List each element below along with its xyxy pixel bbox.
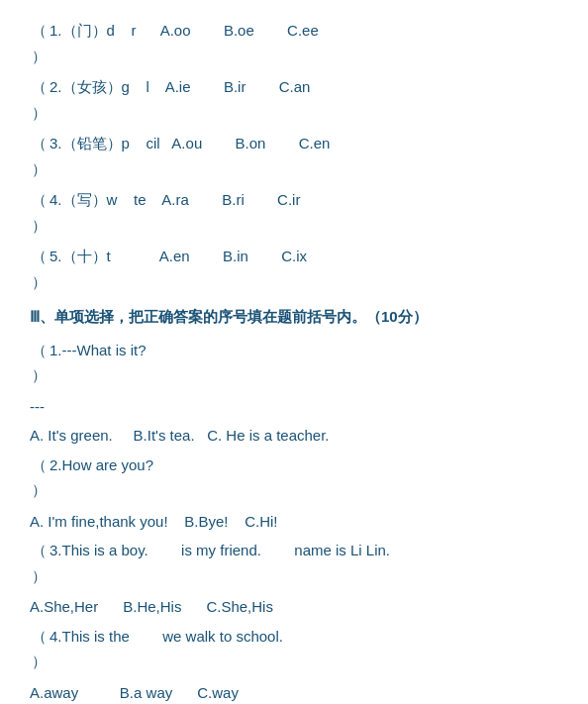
s2-q2-options: A. I'm fine,thank you! B.Bye! C.Hi! — [30, 509, 558, 535]
paren-2: （ ） — [30, 74, 48, 125]
s2-q1-text: 1.---What is it? — [49, 338, 147, 363]
q5-stem: 5.（十）t A.en B.in C.ix — [49, 244, 307, 269]
q3-stem: 3.（铅笔）p cil A.ou B.on C.en — [49, 131, 330, 156]
s2-question-2: （ ） 2.How are you? — [30, 453, 558, 503]
s2-paren-3: （ ） — [30, 538, 48, 588]
s1-question-1: （ ） 1.（门）d r A.oo B.oe C.ee — [30, 18, 558, 68]
paren-1: （ ） — [30, 18, 48, 68]
paren-3: （ ） — [30, 131, 48, 181]
s2-paren-4: （ ） — [30, 624, 48, 674]
section2: （ ） 1.---What is it? --- A. It's green. … — [30, 338, 558, 705]
paren-5: （ ） — [30, 244, 48, 294]
s2-question-4: （ ） 4.This is the we walk to school. — [30, 624, 558, 674]
s2-q2-text: 2.How are you? — [49, 453, 153, 478]
q4-stem: 4.（写）w te A.ra B.ri C.ir — [49, 187, 300, 213]
s1-question-4: （ ） 4.（写）w te A.ra B.ri C.ir — [30, 187, 558, 238]
section2-title: Ⅲ、单项选择，把正确答案的序号填在题前括号内。（10分） — [30, 304, 558, 330]
s2-q3-text: 3.This is a boy. is my friend. name is L… — [49, 538, 390, 563]
paren-4: （ ） — [30, 187, 48, 238]
s2-question-1: （ ） 1.---What is it? — [30, 338, 558, 388]
section1: （ ） 1.（门）d r A.oo B.oe C.ee （ ） 2.（女孩）g … — [30, 18, 558, 294]
s2-q1-dashes: --- — [30, 394, 558, 420]
s2-paren-1: （ ） — [30, 338, 48, 388]
s1-question-5: （ ） 5.（十）t A.en B.in C.ix — [30, 244, 558, 294]
s2-paren-2: （ ） — [30, 453, 48, 503]
s2-q3-options: A.She,Her B.He,His C.She,His — [30, 594, 558, 620]
s1-question-2: （ ） 2.（女孩）g l A.ie B.ir C.an — [30, 74, 558, 125]
s2-q1-options: A. It's green. B.It's tea. C. He is a te… — [30, 423, 558, 449]
s1-question-3: （ ） 3.（铅笔）p cil A.ou B.on C.en — [30, 131, 558, 181]
s2-question-3: （ ） 3.This is a boy. is my friend. name … — [30, 538, 558, 588]
q1-stem: 1.（门）d r A.oo B.oe C.ee — [49, 18, 319, 44]
s2-q4-text: 4.This is the we walk to school. — [49, 624, 283, 650]
s2-q4-options: A.away B.a way C.way — [30, 680, 558, 705]
q2-stem: 2.（女孩）g l A.ie B.ir C.an — [49, 74, 310, 100]
